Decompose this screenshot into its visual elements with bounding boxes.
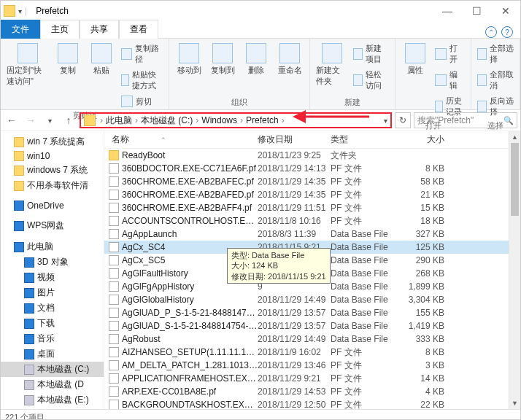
nav-wps[interactable]: WPS网盘 xyxy=(1,218,104,233)
file-name: ARP.EXE-CC01BA8E.pf xyxy=(122,386,258,397)
copy-to-button[interactable]: 复制到 xyxy=(207,42,238,77)
nav-item[interactable]: 不用杀毒软件清 xyxy=(1,178,104,193)
nav-item[interactable]: win10 xyxy=(1,149,104,163)
table-row[interactable]: BACKGROUNDTASKHOST.EXE-0F542...2018/11/2… xyxy=(104,398,509,409)
crumb-thispc[interactable]: 此电脑 xyxy=(104,114,134,127)
paste-button[interactable]: 粘贴 xyxy=(86,42,117,77)
file-date: 2018/11/29 14:35 xyxy=(258,176,331,187)
open-button[interactable]: 打开 xyxy=(433,42,466,66)
file-name: AgGlUAD_S-1-5-21-848814754-34387... xyxy=(122,321,258,331)
vertical-scrollbar[interactable]: ▲ ▼ xyxy=(509,131,520,409)
crumb-windows[interactable]: Windows xyxy=(200,115,239,125)
maximize-button[interactable]: ☐ xyxy=(462,1,491,21)
nav-desktop[interactable]: 桌面 xyxy=(1,346,104,362)
table-row[interactable]: ReadyBoot2018/11/23 9:25文件夹 xyxy=(104,149,509,162)
col-header-name[interactable]: 名称 ⌃ xyxy=(104,133,258,146)
content-area: win 7 系统提高 win10 windows 7 系统 不用杀毒软件清 On… xyxy=(1,131,520,409)
cut-button[interactable]: 剪切 xyxy=(120,94,164,109)
column-headers: 名称 ⌃ 修改日期 类型 大小 xyxy=(104,131,509,149)
paste-shortcut-button[interactable]: 粘贴快捷方式 xyxy=(120,68,164,93)
address-bar[interactable]: › 此电脑 › 本地磁盘 (C:) › Windows › Prefetch ›… xyxy=(80,112,392,128)
file-type: PF 文件 xyxy=(331,399,401,410)
edit-button[interactable]: 编辑 xyxy=(433,68,466,93)
table-row[interactable]: 360CHROME.EXE-AB2BAFEC.pf2018/11/29 14:3… xyxy=(104,175,509,188)
nav-item[interactable]: win 7 系统提高 xyxy=(1,134,104,149)
file-date: 2018/11/29 12:50 xyxy=(258,400,331,409)
file-icon xyxy=(109,400,119,409)
table-row[interactable]: APPLICATIONFRAMEHOST.EXE-CC0A...2018/11/… xyxy=(104,372,509,385)
pin-quick-access-button[interactable]: 固定到"快速访问" xyxy=(5,42,50,88)
nav-up-button[interactable]: ↑ xyxy=(61,112,77,128)
file-size: 290 KB xyxy=(401,255,452,265)
table-row[interactable]: AIZHANSEO_SETUP(1.11.11.1).EX-3AE...2018… xyxy=(104,346,509,359)
nav-pictures[interactable]: 图片 xyxy=(1,285,104,300)
nav-downloads[interactable]: 下载 xyxy=(1,316,104,331)
file-size: 8 KB xyxy=(401,163,452,174)
copy-button[interactable]: 复制 xyxy=(53,42,83,77)
nav-documents[interactable]: 文档 xyxy=(1,300,104,316)
file-size: 1,419 KB xyxy=(401,321,452,331)
refresh-button[interactable]: ↻ xyxy=(395,112,411,128)
table-row[interactable]: 360CHROME.EXE-AB2BAFF4.pf2018/11/29 11:5… xyxy=(104,201,509,214)
table-row[interactable]: AgGlUAD_P_S-1-5-21-848814754-343...2018/… xyxy=(104,306,509,319)
close-button[interactable]: ✕ xyxy=(491,1,520,21)
table-row[interactable]: ACCOUNTSCONTROLHOST.EXE-96D...2018/11/8 … xyxy=(104,214,509,228)
col-header-size[interactable]: 大小 xyxy=(401,133,452,146)
nav-3dobjects[interactable]: 3D 对象 xyxy=(1,254,104,270)
delete-button[interactable]: 删除 xyxy=(241,42,271,77)
qat-expand-icon[interactable]: ▾ xyxy=(18,7,22,15)
new-folder-button[interactable]: 新建文件夹 xyxy=(314,42,349,88)
copy-path-button[interactable]: 复制路径 xyxy=(120,42,164,66)
nav-videos[interactable]: 视频 xyxy=(1,270,104,285)
nav-back-button[interactable]: ← xyxy=(4,112,20,128)
file-type: Data Base File xyxy=(331,255,401,265)
address-dropdown-icon[interactable]: ▾ xyxy=(384,117,387,125)
crumb-drive[interactable]: 本地磁盘 (C:) xyxy=(139,114,194,127)
table-row[interactable]: AgAppLaunch2018/8/3 11:39Data Base File3… xyxy=(104,228,509,241)
properties-button[interactable]: 属性 xyxy=(400,42,431,77)
file-date: 2018/11/29 13:57 xyxy=(258,308,331,318)
nav-music[interactable]: 音乐 xyxy=(1,331,104,346)
nav-disk-c[interactable]: 本地磁盘 (C:) xyxy=(1,362,104,377)
easy-access-button[interactable]: 轻松访问 xyxy=(352,68,390,93)
search-input[interactable]: 搜索"Prefetch" 🔍 xyxy=(414,112,517,128)
scroll-down-icon[interactable]: ▼ xyxy=(509,397,520,409)
col-header-type[interactable]: 类型 xyxy=(331,133,401,146)
crumb-prefetch[interactable]: Prefetch xyxy=(244,115,280,125)
rename-button[interactable]: 重命名 xyxy=(274,42,305,77)
nav-recent-button[interactable]: ▾ xyxy=(42,112,58,128)
tab-home[interactable]: 主页 xyxy=(40,20,80,39)
item-count: 221 个项目 xyxy=(5,412,45,420)
nav-thispc[interactable]: 此电脑 xyxy=(1,239,104,254)
select-all-button[interactable]: 全部选择 xyxy=(476,42,515,66)
nav-onedrive[interactable]: OneDrive xyxy=(1,199,104,212)
ribbon-collapse-icon[interactable]: ⌃ xyxy=(485,26,497,38)
tab-file[interactable]: 文件 xyxy=(1,20,40,39)
move-to-button[interactable]: 移动到 xyxy=(174,42,204,77)
table-row[interactable]: ARP.EXE-CC01BA8E.pf2018/11/29 14:53PF 文件… xyxy=(104,385,509,398)
nav-disk-e[interactable]: 本地磁盘 (E:) xyxy=(1,392,104,408)
table-row[interactable]: AgRobust2018/11/29 14:49Data Base File33… xyxy=(104,332,509,346)
scroll-up-icon[interactable]: ▲ xyxy=(509,131,520,143)
nav-forward-button[interactable]: → xyxy=(23,112,39,128)
table-row[interactable]: AM_DELTA_PATCH_1.281.1013.0.E-4D...2018/… xyxy=(104,359,509,372)
tab-share[interactable]: 共享 xyxy=(80,20,119,39)
table-row[interactable]: 360CHROME.EXE-AB2BAFED.pf2018/11/29 14:3… xyxy=(104,188,509,201)
folder-icon xyxy=(4,5,15,17)
nav-disk-d[interactable]: 本地磁盘 (D xyxy=(1,377,104,392)
minimize-button[interactable]: — xyxy=(433,1,462,21)
file-size: 3,304 KB xyxy=(401,295,452,305)
table-row[interactable]: 360BDOCTOR.EXE-CC71EA6F.pf2018/11/29 14:… xyxy=(104,162,509,175)
folder-icon xyxy=(84,114,96,126)
nav-disk-f[interactable]: 本地磁盘 (F: xyxy=(1,408,104,409)
tab-view[interactable]: 查看 xyxy=(119,20,158,39)
table-row[interactable]: AgGlUAD_S-1-5-21-848814754-34387...2018/… xyxy=(104,319,509,332)
select-none-button[interactable]: 全部取消 xyxy=(476,68,515,93)
file-type: PF 文件 xyxy=(331,373,401,385)
help-icon[interactable]: ? xyxy=(501,26,513,38)
table-row[interactable]: AgGlGlobalHistory2018/11/29 14:49Data Ba… xyxy=(104,293,509,306)
col-header-date[interactable]: 修改日期 xyxy=(258,133,331,146)
new-item-button[interactable]: 新建项目 xyxy=(352,42,390,66)
nav-item[interactable]: windows 7 系统 xyxy=(1,163,104,178)
scroll-thumb[interactable] xyxy=(511,143,519,216)
